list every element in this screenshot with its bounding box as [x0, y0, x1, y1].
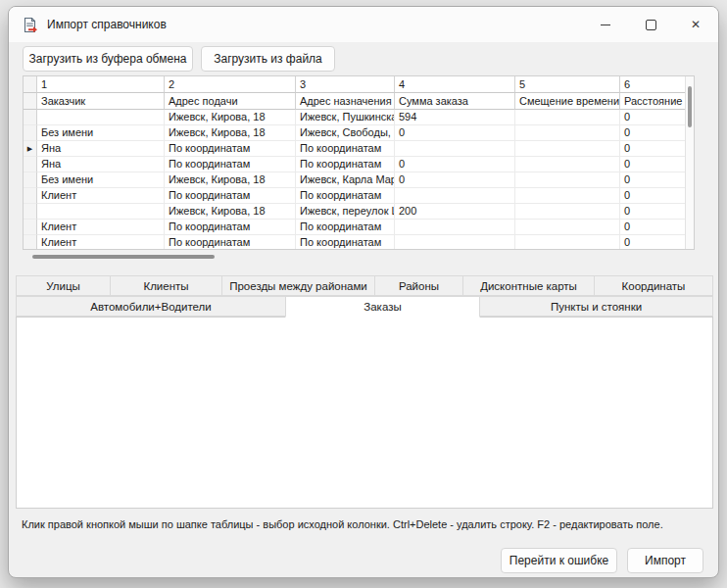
- table-cell[interactable]: 0: [620, 235, 685, 249]
- table-cell[interactable]: Ижевск, Пушкинская, 22: [296, 110, 395, 125]
- column-index-header[interactable]: 6: [620, 76, 685, 93]
- tab-discount-cards[interactable]: Дисконтные карты: [462, 275, 595, 296]
- table-cell[interactable]: Ижевск, Кирова, 18: [165, 204, 296, 220]
- table-cell[interactable]: 0: [620, 188, 685, 204]
- table-row[interactable]: ▶ Яна По координатам По координатам 0: [24, 141, 685, 157]
- table-cell[interactable]: [515, 235, 620, 249]
- table-cell[interactable]: [395, 188, 515, 204]
- tab-points-parking[interactable]: Пункты и стоянки: [479, 296, 713, 317]
- table-cell[interactable]: 0: [620, 220, 685, 235]
- load-from-file-button[interactable]: Загрузить из файла: [201, 46, 335, 72]
- tab-orders[interactable]: Заказы: [285, 296, 480, 318]
- goto-error-button[interactable]: Перейти к ошибке: [501, 548, 617, 573]
- tab-districts[interactable]: Районы: [374, 275, 463, 296]
- column-header[interactable]: Заказчик: [37, 93, 165, 110]
- table-cell[interactable]: [395, 141, 515, 157]
- table-cell[interactable]: 0: [620, 110, 685, 125]
- column-header[interactable]: Адрес подачи: [165, 93, 296, 110]
- table-cell[interactable]: 0: [395, 172, 515, 188]
- table-cell[interactable]: [395, 235, 515, 249]
- scrollbar-thumb[interactable]: [32, 255, 215, 259]
- tab-vehicles-drivers[interactable]: Автомобили+Водители: [16, 296, 286, 317]
- column-index-header[interactable]: 2: [165, 76, 296, 93]
- table-cell[interactable]: [515, 141, 620, 157]
- column-index-header[interactable]: 5: [515, 76, 620, 93]
- table-cell[interactable]: По координатам: [165, 220, 296, 235]
- close-icon[interactable]: ✕: [673, 7, 718, 42]
- tab-streets[interactable]: Улицы: [16, 275, 111, 296]
- table-row[interactable]: Клиент По координатам По координатам 0: [24, 188, 685, 204]
- table-cell[interactable]: [395, 220, 515, 235]
- table-cell[interactable]: Ижевск, Карла Маркса, 15: [296, 172, 395, 188]
- load-from-clipboard-button[interactable]: Загрузить из буфера обмена: [23, 46, 193, 72]
- vertical-scrollbar[interactable]: [685, 76, 694, 249]
- table-cell[interactable]: Ижевск, Кирова, 18: [165, 125, 296, 141]
- table-cell[interactable]: По координатам: [296, 235, 395, 249]
- column-header[interactable]: Расстояние поездки: [620, 93, 685, 110]
- table-cell[interactable]: [515, 157, 620, 172]
- table-cell[interactable]: 0: [620, 125, 685, 141]
- table-cell[interactable]: [37, 204, 165, 220]
- import-button[interactable]: Импорт: [627, 548, 703, 573]
- column-header[interactable]: Смещение времени: [515, 93, 620, 110]
- table-row[interactable]: Клиент По координатам По координатам 0: [24, 220, 685, 235]
- column-index-header[interactable]: 1: [37, 76, 165, 93]
- table-cell[interactable]: 200: [395, 204, 515, 220]
- table-cell[interactable]: По координатам: [165, 141, 296, 157]
- table-cell[interactable]: Клиент: [37, 188, 165, 204]
- table-cell[interactable]: Без имени: [37, 172, 165, 188]
- table-row[interactable]: Без имени Ижевск, Кирова, 18 Ижевск, Кар…: [24, 172, 685, 188]
- table-cell[interactable]: Ижевск, Свободы, 12: [296, 125, 395, 141]
- table-cell[interactable]: Ижевск, Кирова, 18: [165, 172, 296, 188]
- table-cell[interactable]: По координатам: [296, 157, 395, 172]
- table-cell[interactable]: 0: [620, 172, 685, 188]
- table-cell[interactable]: По координатам: [165, 188, 296, 204]
- row-marker: ▶: [24, 141, 37, 157]
- row-marker: [24, 125, 37, 141]
- table-row[interactable]: Яна По координатам По координатам 0 0: [24, 157, 685, 172]
- table-cell[interactable]: 0: [620, 157, 685, 172]
- table-row[interactable]: Ижевск, Кирова, 18 Ижевск, переулок Широ…: [24, 204, 685, 220]
- tab-clients[interactable]: Клиенты: [110, 275, 222, 296]
- table-row[interactable]: Ижевск, Кирова, 18 Ижевск, Пушкинская, 2…: [24, 110, 685, 125]
- table-cell[interactable]: По координатам: [165, 157, 296, 172]
- table-row[interactable]: Без имени Ижевск, Кирова, 18 Ижевск, Сво…: [24, 125, 685, 141]
- scrollbar-thumb[interactable]: [688, 86, 692, 127]
- table-cell[interactable]: [515, 110, 620, 125]
- table-cell[interactable]: По координатам: [296, 188, 395, 204]
- title-bar[interactable]: Импорт справочников ✕: [9, 7, 718, 42]
- table-cell[interactable]: [515, 188, 620, 204]
- column-header[interactable]: Сумма заказа: [395, 93, 515, 110]
- horizontal-scrollbar[interactable]: [23, 252, 695, 262]
- table-cell[interactable]: Без имени: [37, 125, 165, 141]
- table-cell[interactable]: 0: [620, 204, 685, 220]
- maximize-icon[interactable]: [628, 7, 673, 42]
- table-cell[interactable]: Яна: [37, 141, 165, 157]
- table-cell[interactable]: [515, 204, 620, 220]
- table-cell[interactable]: По координатам: [296, 141, 395, 157]
- table-cell[interactable]: 0: [620, 141, 685, 157]
- table-cell[interactable]: Ижевск, переулок Широкий: [296, 204, 395, 220]
- table-cell[interactable]: По координатам: [296, 220, 395, 235]
- table-cell[interactable]: Ижевск, Кирова, 18: [165, 110, 296, 125]
- tab-district-transits[interactable]: Проезды между районами: [221, 275, 375, 296]
- table-row[interactable]: Клиент По координатам По координатам 0: [24, 235, 685, 249]
- table-cell[interactable]: [515, 220, 620, 235]
- column-header[interactable]: Адрес назначения: [296, 93, 395, 110]
- table-cell[interactable]: 0: [395, 157, 515, 172]
- column-index-header[interactable]: 4: [395, 76, 515, 93]
- table-cell[interactable]: [515, 125, 620, 141]
- table-cell[interactable]: Клиент: [37, 235, 165, 249]
- column-header-row: Заказчик Адрес подачи Адрес назначения С…: [24, 93, 685, 110]
- table-cell[interactable]: [515, 172, 620, 188]
- table-cell[interactable]: Клиент: [37, 220, 165, 235]
- tab-coordinates[interactable]: Координаты: [594, 275, 713, 296]
- minimize-icon[interactable]: [583, 7, 628, 42]
- table-cell[interactable]: Яна: [37, 157, 165, 172]
- window-title: Импорт справочников: [47, 18, 167, 31]
- table-cell[interactable]: По координатам: [165, 235, 296, 249]
- column-index-header[interactable]: 3: [296, 76, 395, 93]
- table-cell[interactable]: [37, 110, 165, 125]
- table-cell[interactable]: 594: [395, 110, 515, 125]
- table-cell[interactable]: 0: [395, 125, 515, 141]
